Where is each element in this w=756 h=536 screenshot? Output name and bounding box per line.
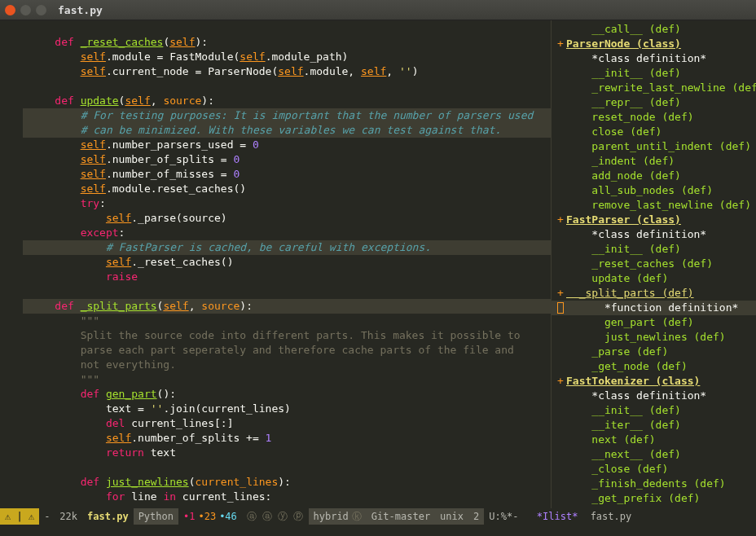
outline-item[interactable]: _get_prefix (def)	[552, 491, 756, 506]
outline-item[interactable]: _finish_dedents (def)	[552, 477, 756, 491]
code-content: raise	[23, 270, 138, 284]
status-warnings[interactable]: ⚠ | ⚠	[0, 508, 39, 525]
outline-item[interactable]: reset_node (def)	[552, 110, 756, 125]
outline-item[interactable]: __next__ (def)	[552, 447, 756, 462]
outline-item[interactable]: _get_node (def)	[552, 359, 756, 374]
code-content: def gen_part():	[23, 387, 176, 402]
outline-item[interactable]: __init__ (def)	[552, 242, 756, 257]
outline-item[interactable]: __repr__ (def)	[552, 95, 756, 110]
code-line[interactable]: """	[0, 372, 551, 387]
outline-label: _close (def)	[566, 462, 668, 477]
maximize-icon[interactable]	[36, 5, 46, 15]
outline-item[interactable]: + _split_parts (def)	[552, 286, 756, 301]
code-line[interactable]: self.number_of_misses = 0	[0, 167, 551, 182]
outline-gutter	[555, 447, 566, 462]
outline-item[interactable]: +FastTokenizer (class)	[552, 374, 756, 389]
code-line[interactable]: except:	[0, 226, 551, 240]
code-content	[23, 284, 29, 299]
code-line[interactable]: self.module.reset_caches()	[0, 182, 551, 196]
outline-item[interactable]: *class definition*	[552, 227, 756, 242]
outline-gutter	[555, 418, 566, 433]
code-line[interactable]	[0, 79, 551, 94]
code-line[interactable]	[0, 20, 551, 35]
outline-label: FastTokenizer (class)	[566, 374, 700, 389]
outline-item[interactable]: __iter__ (def)	[552, 418, 756, 433]
code-content: self.module.reset_caches()	[23, 182, 246, 196]
outline-item[interactable]: __init__ (def)	[552, 66, 756, 81]
code-line[interactable]: # FastParser is cached, be careful with …	[0, 240, 551, 255]
outline-gutter	[555, 183, 566, 198]
status-git-branch[interactable]: Git-master	[367, 508, 435, 525]
code-line[interactable]: def just_newlines(current_lines):	[0, 475, 551, 490]
outline-gutter	[555, 359, 566, 374]
outline-label: *function definition*	[566, 301, 738, 315]
outline-item[interactable]: _rewrite_last_newline (def)	[552, 81, 756, 95]
outline-item[interactable]: close (def)	[552, 125, 756, 139]
status-major-mode[interactable]: Python	[134, 508, 178, 525]
close-icon[interactable]	[5, 5, 15, 15]
code-content: """	[23, 314, 99, 328]
outline-item[interactable]: +ParserNode (class)	[552, 37, 756, 51]
code-line[interactable]: def gen_part():	[0, 387, 551, 402]
outline-item[interactable]: *class definition*	[552, 51, 756, 66]
outline-item[interactable]: __init__ (def)	[552, 403, 756, 418]
code-line[interactable]: text = ''.join(current_lines)	[0, 402, 551, 416]
window-titlebar: fast.py	[0, 0, 756, 20]
code-editor[interactable]: def _reset_caches(self): self.module = F…	[0, 20, 551, 508]
outline-item[interactable]: _close (def)	[552, 462, 756, 477]
code-line[interactable]: for line in current_lines:	[0, 490, 551, 504]
code-line[interactable]: def update(self, source):	[0, 94, 551, 108]
outline-item[interactable]: *function definition*	[552, 301, 756, 315]
code-content: self.module = FastModule(self.module_pat…	[23, 50, 348, 64]
outline-item[interactable]: just_newlines (def)	[552, 330, 756, 345]
outline-item[interactable]: _indent (def)	[552, 154, 756, 169]
outline-item[interactable]: all_sub_nodes (def)	[552, 183, 756, 198]
code-line[interactable]: """	[0, 314, 551, 328]
code-line[interactable]: def _reset_caches(self):	[0, 35, 551, 50]
outline-item[interactable]: parent_until_indent (def)	[552, 139, 756, 154]
code-line[interactable]: self._reset_caches()	[0, 255, 551, 270]
code-line[interactable]: Split the source code into different par…	[0, 328, 551, 343]
code-line[interactable]: self.number_of_splits = 0	[0, 152, 551, 167]
outline-label: FastParser (class)	[566, 213, 681, 227]
minimize-icon[interactable]	[20, 5, 31, 15]
code-line[interactable]: return text	[0, 446, 551, 460]
code-line[interactable]: # For testing purposes: It is important …	[0, 108, 551, 123]
code-line[interactable]: self.number_parsers_used = 0	[0, 138, 551, 152]
outline-item[interactable]: __call__ (def)	[552, 22, 756, 37]
outline-sidebar[interactable]: __call__ (def)+ParserNode (class) *class…	[551, 20, 756, 508]
status-filename: fast.py	[87, 511, 129, 522]
code-line[interactable]: not everything.	[0, 358, 551, 372]
code-line[interactable]	[0, 284, 551, 299]
outline-item[interactable]: _reset_caches (def)	[552, 257, 756, 271]
code-line[interactable]: parse each part seperately and therefore…	[0, 343, 551, 358]
code-line[interactable]: self._parse(source)	[0, 211, 551, 226]
code-line[interactable]: try:	[0, 196, 551, 211]
outline-label: __call__ (def)	[566, 22, 681, 37]
outline-label: *class definition*	[566, 51, 706, 66]
outline-gutter: +	[555, 213, 566, 227]
code-line[interactable]: def _split_parts(self, source):	[0, 299, 551, 314]
code-line[interactable]	[0, 460, 551, 475]
outline-item[interactable]: *class definition*	[552, 389, 756, 403]
outline-gutter	[555, 491, 566, 506]
code-content: del current_lines[:]	[23, 416, 233, 431]
outline-label: _finish_dedents (def)	[566, 477, 726, 491]
outline-item[interactable]: update (def)	[552, 271, 756, 286]
code-line[interactable]: # can be minimized. With these variables…	[0, 123, 551, 138]
outline-item[interactable]: remove_last_newline (def)	[552, 198, 756, 213]
code-line[interactable]: self.current_node = ParserNode(self.modu…	[0, 64, 551, 79]
outline-item[interactable]: add_node (def)	[552, 169, 756, 183]
outline-item[interactable]: +FastParser (class)	[552, 213, 756, 227]
code-line[interactable]: self.module = FastModule(self.module_pat…	[0, 50, 551, 64]
outline-gutter	[555, 330, 566, 345]
code-line[interactable]: raise	[0, 270, 551, 284]
outline-item[interactable]: _parse (def)	[552, 345, 756, 359]
outline-label: *class definition*	[566, 389, 706, 403]
code-line[interactable]: del current_lines[:]	[0, 416, 551, 431]
outline-item[interactable]: next (def)	[552, 433, 756, 447]
code-line[interactable]: self.number_of_splits += 1	[0, 431, 551, 446]
status-flycheck[interactable]: •1 •23 •46	[178, 508, 242, 525]
minibuffer[interactable]	[0, 525, 756, 536]
outline-item[interactable]: gen_part (def)	[552, 315, 756, 330]
